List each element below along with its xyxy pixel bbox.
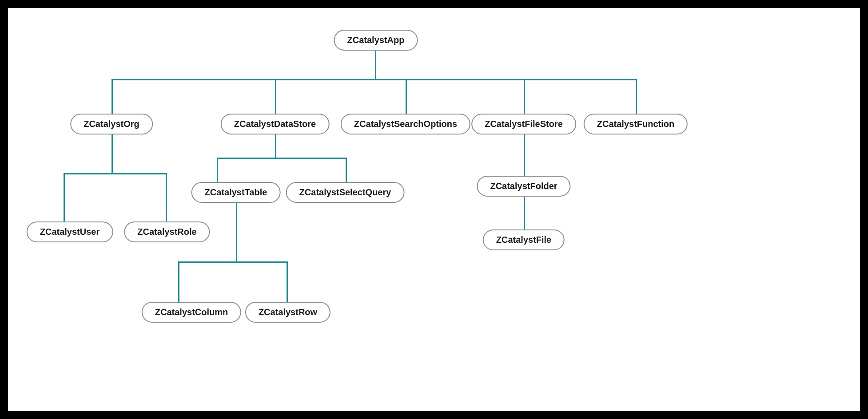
edge bbox=[636, 79, 637, 115]
edge bbox=[406, 79, 407, 115]
node-user: ZCatalystUser bbox=[27, 221, 113, 242]
edge bbox=[524, 133, 525, 177]
node-org: ZCatalystOrg bbox=[70, 114, 153, 134]
edge bbox=[287, 261, 288, 303]
edge bbox=[375, 49, 376, 80]
edge bbox=[236, 202, 237, 261]
edge bbox=[217, 158, 347, 159]
node-row: ZCatalystRow bbox=[245, 302, 330, 323]
edge bbox=[111, 79, 637, 80]
node-filestore: ZCatalystFileStore bbox=[471, 114, 576, 134]
node-function: ZCatalystFunction bbox=[584, 114, 688, 134]
node-column: ZCatalystColumn bbox=[142, 302, 241, 323]
edge bbox=[178, 261, 288, 263]
node-table: ZCatalystTable bbox=[191, 182, 281, 203]
node-role: ZCatalystRole bbox=[124, 221, 210, 242]
node-selectquery: ZCatalystSelectQuery bbox=[286, 182, 405, 203]
node-datastore: ZCatalystDataStore bbox=[221, 114, 330, 134]
edge bbox=[111, 133, 113, 173]
edge bbox=[178, 261, 179, 303]
edge bbox=[524, 79, 525, 115]
edge bbox=[275, 133, 276, 158]
edge bbox=[111, 79, 113, 115]
edge bbox=[64, 173, 167, 174]
edge bbox=[217, 158, 218, 183]
edge bbox=[524, 195, 525, 230]
node-app: ZCatalystApp bbox=[334, 30, 418, 51]
edge bbox=[166, 173, 167, 222]
diagram-canvas: ZCatalystApp ZCatalystOrg ZCatalystDataS… bbox=[8, 8, 860, 411]
edge bbox=[64, 173, 65, 222]
node-folder: ZCatalystFolder bbox=[477, 176, 570, 197]
edge bbox=[275, 79, 276, 115]
edge bbox=[346, 158, 347, 183]
node-search: ZCatalystSearchOptions bbox=[341, 114, 470, 134]
node-file: ZCatalystFile bbox=[483, 229, 565, 250]
